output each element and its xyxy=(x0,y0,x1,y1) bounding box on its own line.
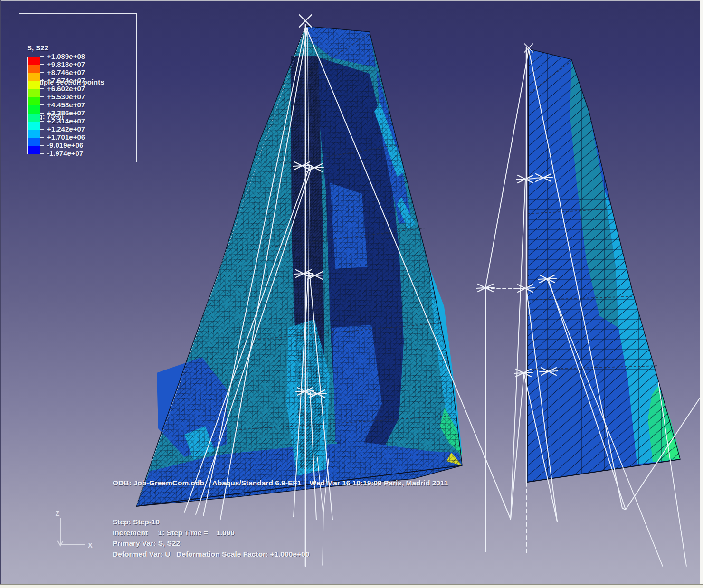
left-sail-mesh xyxy=(136,26,462,506)
legend-value: -1.974e+07 xyxy=(47,149,83,157)
state-block-line: Primary Var: S, S22 xyxy=(113,538,309,549)
legend-swatch xyxy=(28,114,40,122)
contour-legend: S, S22 Multiple section points (Avg: 75%… xyxy=(19,13,137,162)
state-block: Step: Step-10Increment 1: Step Time = 1.… xyxy=(113,517,309,560)
triad-x-label: X xyxy=(88,541,93,549)
legend-tick xyxy=(40,129,44,130)
legend-value: +3.386e+07 xyxy=(47,109,85,117)
legend-swatch xyxy=(28,122,40,130)
legend-color-bar xyxy=(27,57,40,154)
legend-tick xyxy=(40,96,44,97)
legend-tick xyxy=(40,72,44,73)
window-top-edge xyxy=(0,0,703,1)
legend-tick xyxy=(40,121,44,122)
legend-value: +1.089e+08 xyxy=(47,52,85,60)
odb-title-line: ODB: Job-GreemCom.odb Abaqus/Standard 6.… xyxy=(113,479,448,487)
legend-tick xyxy=(40,56,44,57)
legend-tick xyxy=(40,113,44,114)
abaqus-viewport[interactable]: Z X S, S22 Multiple section points (Avg:… xyxy=(0,0,703,588)
legend-tick xyxy=(40,104,44,105)
legend-value: +1.242e+07 xyxy=(47,125,85,133)
legend-value: +5.530e+07 xyxy=(47,93,85,101)
legend-swatch xyxy=(28,73,40,81)
legend-tick xyxy=(40,88,44,89)
state-block-line: Deformed Var: U Deformation Scale Factor… xyxy=(113,549,309,560)
legend-value: +1.701e+06 xyxy=(47,133,85,141)
legend-tick xyxy=(40,153,44,154)
legend-tick xyxy=(40,137,44,138)
legend-value: -9.019e+06 xyxy=(47,141,83,149)
legend-tick xyxy=(40,80,44,81)
legend-swatch xyxy=(28,146,40,154)
legend-swatch xyxy=(28,89,40,97)
legend-swatch xyxy=(28,65,40,73)
legend-value: +6.602e+07 xyxy=(47,85,85,93)
legend-swatch xyxy=(28,105,40,114)
window-right-scrollbar-edge[interactable] xyxy=(700,0,703,588)
legend-swatch xyxy=(28,57,40,65)
triad-z-label: Z xyxy=(56,510,60,517)
legend-swatch xyxy=(28,97,40,105)
legend-value: +4.458e+07 xyxy=(47,101,85,109)
legend-tick xyxy=(40,145,44,146)
legend-value: +2.314e+07 xyxy=(47,117,85,125)
state-block-line: Increment 1: Step Time = 1.000 xyxy=(113,528,309,539)
legend-value: +8.746e+07 xyxy=(47,68,85,76)
legend-swatch xyxy=(28,138,40,146)
window-bottom-edge xyxy=(0,584,703,588)
view-triad: Z X xyxy=(56,510,93,549)
legend-tick xyxy=(40,64,44,65)
legend-value: +7.674e+07 xyxy=(47,76,85,85)
legend-value: +9.818e+07 xyxy=(47,60,85,68)
window-left-edge xyxy=(0,0,1,588)
legend-swatch xyxy=(28,130,40,138)
legend-swatch xyxy=(28,81,40,89)
state-block-line: Step: Step-10 xyxy=(113,517,309,528)
